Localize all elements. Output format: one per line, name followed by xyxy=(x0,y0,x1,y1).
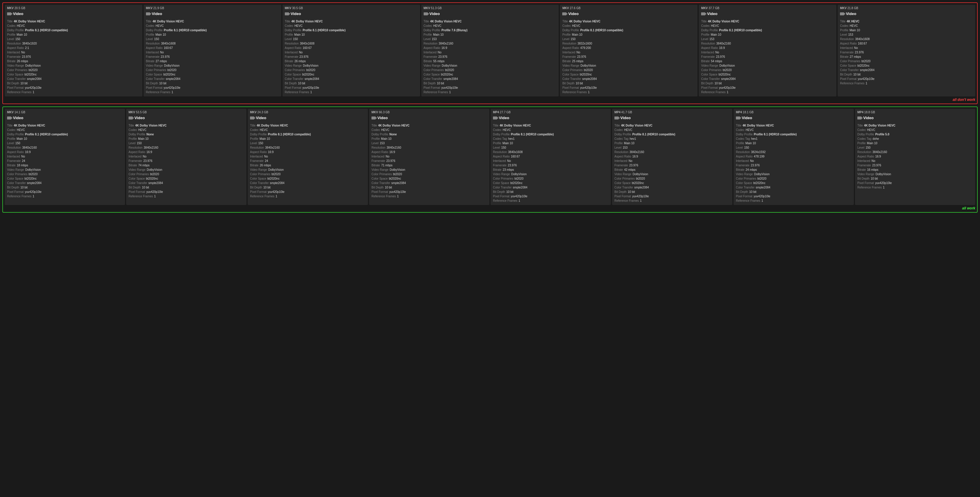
prop-label: Color Primaries xyxy=(493,177,513,181)
prop-label: Reference Frames xyxy=(129,194,153,199)
prop-value: 4K Dolby Vision HEVC xyxy=(621,124,653,128)
prop-row: InterlacedNo xyxy=(840,46,973,50)
prop-value: smpte2084 xyxy=(721,77,736,81)
prop-label: Codec xyxy=(736,128,745,132)
prop-label: Reference Frames xyxy=(858,186,882,190)
prop-row: Level150 xyxy=(858,146,973,150)
prop-row: Bit Depth10 bit xyxy=(858,177,973,181)
prop-row: ProfileMain 10 xyxy=(7,33,140,37)
prop-row: Bit Depth10 bit xyxy=(371,186,487,190)
prop-value: 23.976 xyxy=(143,159,153,163)
prop-row: Color Spacebt2020nc xyxy=(614,181,730,185)
prop-row: Bitrate26 mbps xyxy=(7,59,140,64)
prop-value: yuv420p10le xyxy=(632,194,649,199)
prop-label: Color Transfer xyxy=(701,77,720,81)
prop-value: HEVC xyxy=(294,24,303,28)
prop-row: Framerate23.976 xyxy=(840,51,973,54)
prop-value: 153 xyxy=(432,37,437,41)
prop-value: HEVC xyxy=(381,128,390,132)
prop-row: Color Primariesbt2020 xyxy=(736,177,851,181)
prop-row: InterlacedNo xyxy=(146,51,279,54)
prop-row: Color Transfersmpte2084 xyxy=(371,181,487,185)
prop-value: 24 mbps xyxy=(746,168,757,172)
prop-row: Aspect Ratio16:9 xyxy=(858,155,973,159)
prop-value: bt2020nc xyxy=(441,73,453,77)
prop-row: ProfileMain 10 xyxy=(371,137,487,141)
prop-value: 23.976 xyxy=(161,55,170,59)
status-label: all work xyxy=(5,205,975,210)
prop-value: 10 bit xyxy=(506,190,513,194)
prop-row: Color Spacebt2020nc xyxy=(562,73,695,77)
prop-label: Bitrate xyxy=(7,163,16,167)
prop-row: Title4K Dolby Vision HEVC xyxy=(7,124,123,128)
prop-row: Title4K Dolby Vision HEVC xyxy=(146,19,279,24)
video-icon xyxy=(146,13,150,15)
video-section-title: Video xyxy=(701,11,834,17)
prop-row: Resolution3840x2160 xyxy=(371,146,487,150)
prop-value: 2:1 xyxy=(25,46,29,50)
prop-label: Color Primaries xyxy=(371,172,392,176)
prop-row: Color Transfersmpte2084 xyxy=(146,77,279,81)
prop-value: DolbyVision xyxy=(303,64,318,68)
prop-value: No xyxy=(750,159,754,163)
prop-row: InterlacedNo xyxy=(493,159,609,163)
prop-row: Color Spacebt2020nc xyxy=(701,73,834,77)
prop-value: 150 xyxy=(15,37,20,41)
prop-row: Resolution3840x1608 xyxy=(493,150,609,154)
prop-value: Main 10 xyxy=(155,33,166,37)
prop-label: Interlaced xyxy=(840,46,853,50)
prop-row: Dolby ProfileProfile 8.1 (HDR10 compatib… xyxy=(736,132,851,137)
prop-label: Aspect Ratio xyxy=(424,46,441,50)
prop-label: Color Space xyxy=(493,181,509,185)
prop-label: Aspect Ratio xyxy=(371,150,388,154)
prop-label: Resolution xyxy=(146,41,160,46)
prop-label: Codec xyxy=(493,128,501,132)
prop-label: Color Primaries xyxy=(250,172,270,176)
prop-row: Pixel Formatyuv420p10le xyxy=(736,194,851,199)
prop-value: No xyxy=(576,51,580,54)
prop-row: Bitrate26 mbps xyxy=(250,163,366,167)
prop-label: Interlaced xyxy=(858,159,870,163)
prop-label: Title xyxy=(562,19,568,24)
card-header-2: MKV 30.5 GB xyxy=(285,6,418,10)
prop-row: Color Spacebt2020nc xyxy=(7,73,140,77)
prop-row: Dolby ProfileProfile 8.1 (HDR10 compatib… xyxy=(250,132,366,137)
prop-value: yuv420p10le xyxy=(268,190,285,194)
prop-label: Bit Depth xyxy=(129,186,141,190)
prop-label: Bit Depth xyxy=(285,81,297,86)
prop-label: Bitrate xyxy=(371,163,380,167)
prop-label: Video Range xyxy=(701,64,718,68)
prop-row: Dolby ProfileProfile 8.1 (HDR10 compatib… xyxy=(146,28,279,32)
prop-label: Framerate xyxy=(562,55,576,59)
file-size: 18.8 GB xyxy=(864,111,875,114)
prop-label: Color Primaries xyxy=(285,68,305,72)
prop-row: Framerate23.976 xyxy=(7,55,140,59)
prop-value: Main 10 xyxy=(16,33,27,37)
prop-label: Resolution xyxy=(614,150,628,154)
prop-value: bt2020nc xyxy=(24,177,37,181)
prop-value: yuv420p10le xyxy=(719,86,736,90)
prop-row: Reference Frames1 xyxy=(129,194,244,199)
prop-row: Dolby ProfileProfile 8.1 (HDR10 compatib… xyxy=(562,28,695,32)
prop-value: bt2020nc xyxy=(24,73,37,77)
prop-value: Main 10 xyxy=(503,141,513,145)
prop-label: Title xyxy=(7,124,13,128)
file-size: 21.9 GB xyxy=(153,6,164,10)
prop-label: Color Transfer xyxy=(840,68,859,72)
prop-value: bt2020 xyxy=(272,172,281,176)
prop-label: Codec xyxy=(285,24,293,28)
prop-label: Title xyxy=(371,124,377,128)
prop-value: yuv420p10le xyxy=(164,86,180,90)
prop-label: Color Space xyxy=(146,73,162,77)
prop-label: Color Space xyxy=(614,181,631,185)
prop-value: 10 bit xyxy=(714,81,721,86)
prop-label: Level xyxy=(840,33,847,37)
video-label: Video xyxy=(707,11,718,16)
prop-row: Color Spacebt2020nc xyxy=(285,73,418,77)
prop-label: Color Primaries xyxy=(129,172,149,176)
prop-value: yuv420p10le xyxy=(580,86,597,90)
prop-value: Profile 8.1 (HDR10 compatible) xyxy=(25,132,68,137)
prop-value: 3840x1608 xyxy=(855,37,870,41)
prop-row: Title4K Dolby Vision HEVC xyxy=(701,19,834,24)
prop-label: Framerate xyxy=(424,55,437,59)
